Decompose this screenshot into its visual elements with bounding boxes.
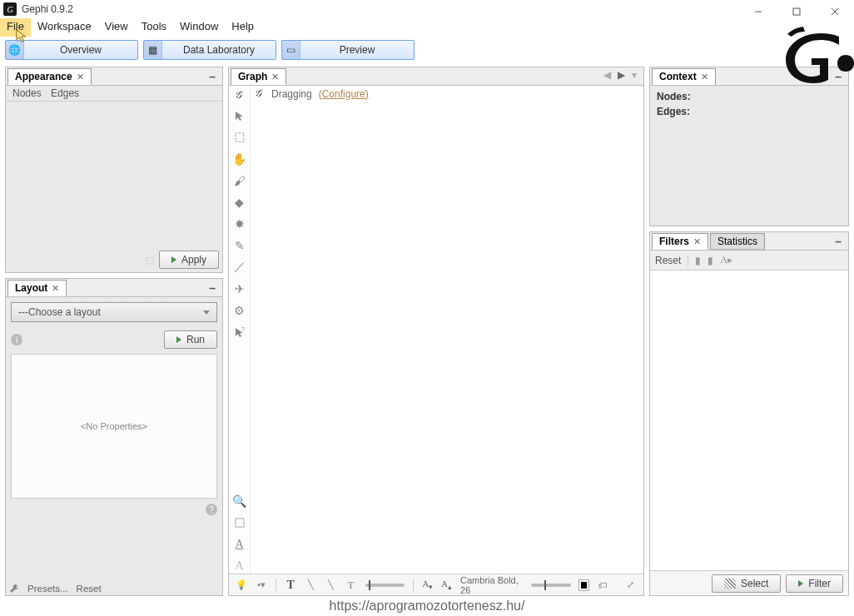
filters-tab[interactable]: Filters ✕ xyxy=(652,233,708,250)
presets-link[interactable]: Presets... xyxy=(27,584,68,594)
line-icon[interactable]: ╲ xyxy=(305,579,316,592)
layout-select[interactable]: ---Choose a layout xyxy=(11,302,217,322)
text-a-tool-icon[interactable]: A xyxy=(232,537,247,552)
filter-text-icon[interactable]: A▸ xyxy=(720,254,732,266)
color-swatch[interactable] xyxy=(579,580,588,590)
statistics-tab-label: Statistics xyxy=(717,236,757,247)
line-alt-icon[interactable]: ╲ xyxy=(325,579,336,592)
menu-view[interactable]: View xyxy=(98,18,135,37)
nav-next-icon[interactable]: ▶ xyxy=(618,69,625,81)
graph-tab[interactable]: Graph ✕ xyxy=(231,68,286,85)
context-edges-label: Edges: xyxy=(657,106,842,117)
edge-tool-icon[interactable]: ／ xyxy=(232,260,247,275)
bulb-icon[interactable]: 💡 xyxy=(236,579,247,592)
hand-tool-icon[interactable]: ✋ xyxy=(232,152,247,166)
appearance-tab[interactable]: Appearance ✕ xyxy=(7,68,92,85)
close-icon[interactable]: ✕ xyxy=(693,236,701,247)
opacity-slider[interactable] xyxy=(365,584,405,587)
appearance-edges-tab[interactable]: Edges xyxy=(47,86,82,101)
square-tool-icon[interactable] xyxy=(232,515,247,530)
apply-button[interactable]: Apply xyxy=(159,251,219,269)
graph-canvas[interactable] xyxy=(251,86,643,574)
tab-data-laboratory[interactable]: ▦ Data Laboratory xyxy=(143,40,276,60)
pen-tool-icon[interactable]: ✎ xyxy=(232,238,247,253)
tab-overview-label: Overview xyxy=(24,44,137,56)
rect-select-tool-icon[interactable] xyxy=(232,130,247,145)
text-a-small-tool-icon[interactable]: A xyxy=(232,559,247,574)
gephi-logo xyxy=(721,25,854,85)
workspace: Appearance ✕ – Nodes Edges ⬚ Apply xyxy=(0,63,854,596)
camera-icon[interactable]: ▪▾ xyxy=(256,579,267,592)
appearance-nodes-tab[interactable]: Nodes xyxy=(9,86,45,101)
app-icon: G xyxy=(3,2,17,16)
info-icon[interactable]: i xyxy=(11,334,22,345)
menu-file[interactable]: File xyxy=(0,18,31,37)
layout-properties-box: <No Properties> xyxy=(11,354,217,499)
run-button[interactable]: Run xyxy=(164,330,217,349)
layout-tab[interactable]: Layout ✕ xyxy=(7,280,67,296)
context-tab-label: Context xyxy=(659,71,697,82)
attributes-icon[interactable]: 🏷 xyxy=(597,579,608,592)
table-icon: ▦ xyxy=(148,44,157,56)
filters-panel: Filters ✕ Statistics – Reset ▮ ▮ A▸ Sel xyxy=(649,231,849,596)
minimize-button[interactable] xyxy=(739,0,777,23)
statistics-tab[interactable]: Statistics xyxy=(710,233,765,250)
expand-icon[interactable]: ⤢ xyxy=(625,579,637,592)
apply-label: Apply xyxy=(181,254,206,266)
configure-link[interactable]: (Configure) xyxy=(319,88,369,100)
panel-minimize-button[interactable]: – xyxy=(828,233,848,250)
magnifier-tool-icon[interactable]: 🔍 xyxy=(232,494,247,509)
tab-overview[interactable]: 🌐 Overview xyxy=(5,40,138,60)
splash-tool-icon[interactable]: ✸ xyxy=(232,216,247,231)
diamond-tool-icon[interactable]: ◆ xyxy=(232,195,247,210)
airplane-tool-icon[interactable]: ✈ xyxy=(232,281,247,296)
question-tool-icon[interactable]: ? xyxy=(232,325,247,340)
graph-nav-arrows: ◀ ▶ ▾ xyxy=(603,69,637,81)
menu-window[interactable]: Window xyxy=(173,18,225,37)
font-size-down-icon[interactable]: A▾ xyxy=(422,579,433,591)
help-icon[interactable]: ? xyxy=(206,504,217,515)
nav-prev-icon[interactable]: ◀ xyxy=(603,69,611,81)
reset-link[interactable]: Reset xyxy=(77,584,102,594)
panel-minimize-button[interactable]: – xyxy=(202,68,222,85)
pointer-tool-icon[interactable] xyxy=(232,108,247,123)
text-icon[interactable]: T xyxy=(345,579,357,592)
graph-tool-column: 𝒢 ✋ 🖌 ◆ ✸ ✎ ／ ✈ ⚙ ? 🔍 A A xyxy=(229,86,251,574)
context-tab[interactable]: Context ✕ xyxy=(652,68,716,85)
graph-font-label[interactable]: Cambria Bold, 26 xyxy=(460,575,523,595)
filters-reset-link[interactable]: Reset xyxy=(655,255,681,266)
filter-group-icon[interactable]: ▮ xyxy=(695,255,701,266)
font-size-up-icon[interactable]: A▴ xyxy=(441,579,452,591)
filter-group-alt-icon[interactable]: ▮ xyxy=(708,255,713,266)
menu-tools[interactable]: Tools xyxy=(135,18,173,37)
preview-icon: ▭ xyxy=(286,44,295,56)
brush-tool-icon[interactable]: 🖌 xyxy=(232,173,247,188)
maximize-button[interactable] xyxy=(777,0,816,23)
close-icon[interactable]: ✕ xyxy=(52,283,59,294)
text-bold-icon[interactable]: T xyxy=(285,579,296,592)
filter-button[interactable]: Filter xyxy=(786,574,843,593)
menu-help[interactable]: Help xyxy=(225,18,261,37)
nav-dropdown-icon[interactable]: ▾ xyxy=(632,69,637,81)
close-icon[interactable]: ✕ xyxy=(701,72,708,82)
link-icon[interactable]: ⬚ xyxy=(146,255,154,266)
footer-url-text: https://aprogramozotortenesz.hu/ xyxy=(330,599,525,614)
context-body: Nodes: Edges: xyxy=(650,86,848,226)
svg-rect-4 xyxy=(236,133,244,142)
appearance-tab-label: Appearance xyxy=(15,71,72,82)
tab-preview[interactable]: ▭ Preview xyxy=(281,40,415,60)
gear-tool-icon[interactable]: ⚙ xyxy=(232,303,247,318)
globe-icon: 🌐 xyxy=(8,44,21,56)
gephi-mini-logo-icon: 𝒢 xyxy=(234,89,241,102)
panel-minimize-button[interactable]: – xyxy=(202,280,222,296)
graph-top-row: 𝒢 Dragging (Configure) xyxy=(254,87,369,100)
close-button[interactable] xyxy=(816,0,854,23)
menu-workspace[interactable]: Workspace xyxy=(31,18,98,37)
close-icon[interactable]: ✕ xyxy=(271,72,279,82)
svg-text:?: ? xyxy=(241,326,245,332)
window-controls xyxy=(739,0,854,23)
select-button[interactable]: Select xyxy=(712,574,781,593)
label-size-slider[interactable] xyxy=(531,584,571,587)
play-icon xyxy=(798,580,803,587)
close-icon[interactable]: ✕ xyxy=(77,72,84,82)
